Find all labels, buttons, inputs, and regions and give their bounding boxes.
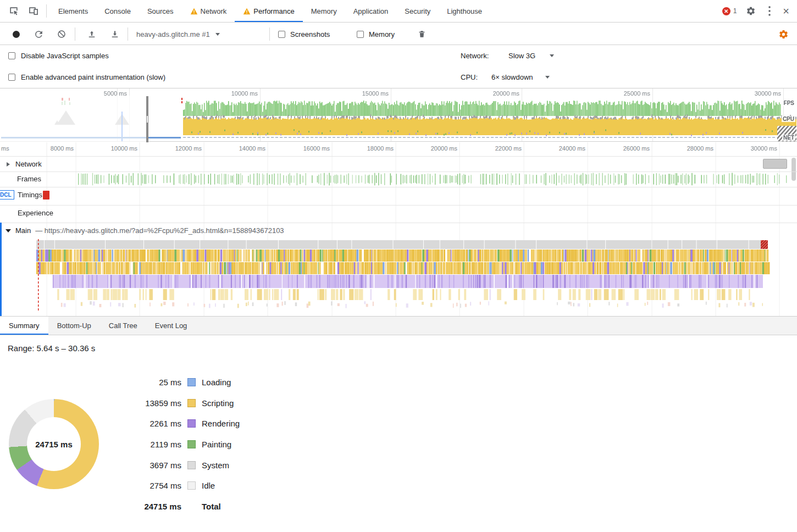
legend-value: 2261 ms	[0, 419, 181, 428]
kebab-menu-icon[interactable]	[765, 5, 774, 16]
overview-timeline-canvas[interactable]	[0, 88, 797, 142]
paint-instrumentation-checkbox[interactable]	[8, 74, 15, 81]
legend-label: Loading	[202, 378, 231, 387]
chevron-down-icon	[550, 54, 554, 57]
system-swatch	[187, 461, 196, 469]
ruler-tick: 28000 ms	[669, 145, 713, 152]
inspect-element-icon[interactable]	[5, 3, 22, 19]
reload-and-record-button[interactable]	[30, 26, 47, 42]
tab-label: Summary	[9, 322, 40, 330]
loading-swatch	[187, 378, 196, 386]
track-main-header[interactable]: Main — https://heavy-ads.glitch.me/?ad=%…	[5, 226, 284, 235]
track-timings-label[interactable]: Timings	[18, 191, 42, 199]
clear-recording-icon[interactable]	[53, 26, 70, 42]
lcp-marker	[43, 191, 49, 199]
record-button[interactable]	[8, 26, 24, 42]
screenshots-label: Screenshots	[290, 30, 330, 38]
track-frames-label[interactable]: Frames	[15, 175, 43, 183]
legend-value: 2119 ms	[0, 440, 181, 449]
legend-label: System	[202, 461, 229, 470]
load-profile-icon[interactable]	[84, 26, 100, 42]
divider	[75, 27, 75, 41]
settings-row-1: Disable JavaScript samples Network: Slow…	[0, 45, 797, 66]
tab-label: Event Log	[155, 322, 187, 330]
legend-row-scripting: 13859 ms Scripting	[0, 393, 308, 414]
paint-instrumentation-label[interactable]: Enable advanced paint instrumentation (s…	[21, 73, 165, 81]
history-select[interactable]: heavy-ads.glitch.me #1	[136, 23, 220, 45]
ruler-tick: 14000 ms	[222, 145, 265, 152]
tab-label: Call Tree	[109, 322, 137, 330]
overview-pane: 5000 ms 10000 ms 15000 ms 20000 ms 25000…	[0, 88, 797, 142]
track-network-label[interactable]: Network	[15, 160, 42, 168]
garbage-collect-icon[interactable]	[413, 26, 430, 42]
tab-elements[interactable]: Elements	[50, 0, 96, 22]
tab-label: Network	[201, 7, 227, 15]
tab-memory[interactable]: Memory	[303, 0, 345, 22]
device-toolbar-icon[interactable]	[25, 3, 42, 19]
error-badge[interactable]: ✕ 1	[722, 7, 737, 15]
divider	[128, 27, 128, 41]
tab-console[interactable]: Console	[96, 0, 139, 22]
tab-lighthouse[interactable]: Lighthouse	[439, 0, 490, 22]
ruler-tick: 22000 ms	[478, 145, 522, 152]
legend-row-idle: 2754 ms Idle	[0, 475, 308, 496]
legend-label: Scripting	[202, 398, 234, 408]
warning-icon	[243, 8, 251, 15]
tab-network[interactable]: Network	[182, 0, 235, 22]
tab-sources[interactable]: Sources	[139, 0, 182, 22]
tab-application[interactable]: Application	[345, 0, 397, 22]
capture-settings-gear-icon[interactable]	[775, 26, 792, 42]
close-icon[interactable]: ×	[783, 5, 789, 16]
cpu-throttle-select[interactable]: 6× slowdown	[491, 73, 550, 81]
legend-value: 25 ms	[0, 378, 181, 387]
dcl-marker-badge: DCL	[0, 190, 14, 199]
tab-performance[interactable]: Performance	[235, 0, 302, 22]
checkbox	[357, 31, 364, 38]
network-request-block[interactable]	[763, 159, 787, 169]
warning-icon	[190, 8, 198, 15]
summary-legend: 25 ms Loading 13859 ms Scripting 2261 ms…	[0, 372, 308, 517]
chevron-down-icon	[545, 76, 550, 79]
tab-security[interactable]: Security	[396, 0, 439, 22]
frames-track-canvas[interactable]	[0, 171, 797, 187]
network-throttle-select[interactable]: Slow 3G	[508, 52, 554, 60]
track-experience-label[interactable]: Experience	[18, 209, 53, 217]
tab-label: Memory	[311, 7, 337, 15]
save-profile-icon[interactable]	[107, 26, 123, 42]
tab-summary[interactable]: Summary	[0, 317, 48, 335]
screenshots-checkbox[interactable]: Screenshots	[278, 23, 330, 45]
network-throttle-value: Slow 3G	[508, 52, 535, 60]
tab-label: Bottom-Up	[57, 322, 91, 330]
ruler-tick: 18000 ms	[350, 145, 394, 152]
row-divider	[0, 205, 797, 206]
legend-value: 3697 ms	[0, 461, 181, 470]
collapse-arrow-icon	[5, 229, 11, 232]
flame-chart-canvas[interactable]	[0, 239, 797, 316]
tab-event-log[interactable]: Event Log	[146, 317, 196, 335]
scripting-swatch	[187, 399, 196, 407]
error-icon: ✕	[722, 7, 730, 15]
legend-row-rendering: 2261 ms Rendering	[0, 413, 308, 434]
tab-label: Sources	[147, 7, 174, 15]
ruler-tick: 24000 ms	[541, 145, 585, 152]
disable-js-label[interactable]: Disable JavaScript samples	[21, 52, 109, 60]
record-icon	[13, 31, 20, 38]
tab-call-tree[interactable]: Call Tree	[100, 317, 146, 335]
painting-swatch	[187, 440, 196, 448]
memory-checkbox[interactable]: Memory	[357, 23, 395, 45]
ruler-tick: 26000 ms	[606, 145, 650, 152]
settings-gear-icon[interactable]	[745, 5, 756, 16]
legend-label: Painting	[202, 440, 231, 449]
idle-swatch	[187, 481, 196, 490]
memory-label: Memory	[369, 30, 395, 38]
ruler-tick: 12000 ms	[158, 145, 202, 152]
expand-arrow-icon	[7, 162, 10, 167]
tab-label: Security	[405, 7, 430, 15]
legend-value: 2754 ms	[0, 481, 181, 490]
disable-js-checkbox[interactable]	[8, 52, 15, 59]
error-count: 1	[733, 7, 737, 15]
legend-label: Rendering	[202, 419, 240, 428]
settings-row-2: Enable advanced paint instrumentation (s…	[0, 66, 797, 88]
tab-bottom-up[interactable]: Bottom-Up	[48, 317, 100, 335]
ruler-tick: 30000 ms	[733, 145, 777, 152]
